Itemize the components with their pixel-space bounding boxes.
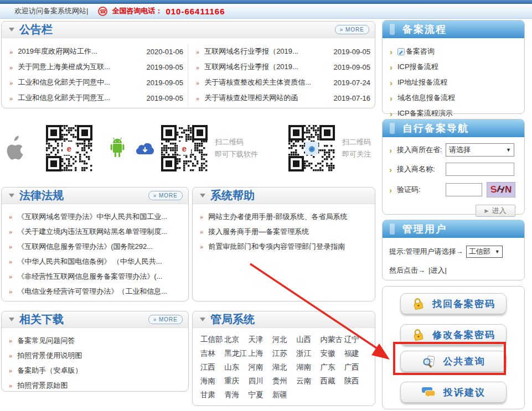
bullet-icon xyxy=(196,48,204,56)
law-item[interactable]: 《中华人民共和国电信条例》 （中华人民共... xyxy=(2,254,188,269)
qr-code-download-1: e xyxy=(44,123,94,173)
bureau-link[interactable]: 重庆 xyxy=(224,376,248,386)
law-item[interactable]: 《互联网域名管理办法》中华人民共和国工业... xyxy=(2,209,188,224)
bureau-link[interactable]: 湖北 xyxy=(272,362,296,372)
bureau-link[interactable]: 山东 xyxy=(224,362,248,372)
download-item[interactable]: 备案常见问题问答 xyxy=(2,333,188,348)
captcha-label: 验证码: xyxy=(397,185,446,195)
process-title: 备案流程 xyxy=(402,23,447,36)
bullet-icon xyxy=(9,63,18,71)
laws-more-button[interactable]: » MORE xyxy=(148,191,183,200)
announcement-item[interactable]: 关于请核查整改相关主体资质信...2019-07-24 xyxy=(188,75,375,90)
bullet-icon xyxy=(9,381,17,389)
downloads-more-button[interactable]: » MORE xyxy=(148,315,183,324)
admin-hint-text: 提示:管理用户请选择→ xyxy=(389,247,463,257)
bureau-link[interactable]: 吉林 xyxy=(200,348,224,358)
captcha-input[interactable] xyxy=(446,183,482,196)
bureau-link[interactable]: 江苏 xyxy=(272,348,296,358)
bureau-link[interactable]: 云南 xyxy=(296,376,320,386)
announcement-item[interactable]: 关于请核查处理相关网站的函2019-07-16 xyxy=(188,90,375,106)
bureau-link[interactable]: 广东 xyxy=(320,362,344,372)
announcement-item[interactable]: 2019年度政府网站工作...2020-01-06 xyxy=(2,44,188,59)
help-panel: 系统帮助 网站主办者使用手册-部级系统、各省局系统 接入服务商手册—备案管理系统… xyxy=(192,187,375,301)
help-item[interactable]: 接入服务商手册—备案管理系统 xyxy=(193,224,375,239)
qr-code-follow: ◉ xyxy=(287,123,337,173)
bureau-link[interactable]: 河南 xyxy=(249,362,272,372)
process-item[interactable]: 备案咨询 xyxy=(383,44,524,59)
bureau-link[interactable]: 海南 xyxy=(200,376,224,386)
retrieve-password-button[interactable]: 找回备案密码 xyxy=(400,293,507,314)
announcement-item[interactable]: 工业和信息化部关于同意互...2019-09-05 xyxy=(2,90,188,106)
bullet-icon xyxy=(200,212,208,221)
admin-enter-link[interactable]: |进入| xyxy=(428,266,447,275)
nav-enter-button[interactable]: ▶ 进入 xyxy=(476,205,515,217)
bureau-link[interactable]: 青海 xyxy=(224,390,248,400)
bureau-link[interactable]: 河北 xyxy=(272,335,296,345)
laws-title: 法律法规 xyxy=(19,188,64,203)
bureau-link[interactable]: 新疆 xyxy=(272,390,296,400)
process-item[interactable]: IP地址报备流程 xyxy=(383,75,524,90)
bullet-icon xyxy=(196,94,204,102)
bureau-link[interactable]: 广西 xyxy=(344,362,368,372)
announcement-item[interactable]: 互联网域名行业季报（2019...2019-09-05 xyxy=(188,59,375,75)
bureau-link[interactable]: 安徽 xyxy=(320,348,344,358)
download-item[interactable]: 备案助手（安卓版） xyxy=(2,363,188,378)
bureau-link[interactable]: 宁夏 xyxy=(249,390,272,400)
bureau-link[interactable]: 辽宁 xyxy=(344,335,368,345)
law-item[interactable]: 《关于建立境内违法互联网站黑名单管理制度... xyxy=(2,224,188,239)
complaints-button[interactable]: 投诉建议 xyxy=(400,382,507,403)
announcements-more-button[interactable]: » MORE xyxy=(335,25,369,34)
bureau-link[interactable]: 上海 xyxy=(249,348,272,358)
bureau-link[interactable]: 浙江 xyxy=(296,348,320,358)
province-select[interactable]: 请选择 ▼ xyxy=(446,143,514,157)
process-item[interactable]: ICP报备流程 xyxy=(383,59,524,75)
bureau-link[interactable]: 江西 xyxy=(200,362,224,372)
change-password-button[interactable]: 修改备案密码 xyxy=(400,324,507,345)
announcement-item[interactable]: 互联网域名行业季报（2019...2019-09-05 xyxy=(188,44,375,59)
bullet-icon xyxy=(9,366,17,374)
isp-label: 接入商名称: xyxy=(397,164,446,174)
law-item[interactable]: 《非经营性互联网信息服务备案管理办法》(... xyxy=(2,269,188,284)
bullet-icon xyxy=(390,109,397,118)
bureau-link[interactable]: 湖南 xyxy=(296,362,320,372)
captcha-row: 验证码: SHN xyxy=(389,182,519,197)
actions-panel: 找回备案密码 修改备案密码 公共查询 投诉建议 xyxy=(382,286,525,409)
bureau-link[interactable]: 甘肃 xyxy=(200,390,224,400)
qr-code-download-2: e xyxy=(159,123,209,173)
help-item[interactable]: 前置审批部门和专项内容管理部门登录指南 xyxy=(193,239,375,254)
process-item[interactable]: 域名信息报备流程 xyxy=(383,90,524,106)
download-item[interactable]: 拍照背景原始图 xyxy=(2,378,188,393)
bureau-link[interactable]: 天津 xyxy=(249,335,272,345)
bureau-link[interactable]: 四川 xyxy=(249,376,272,386)
bureau-link[interactable]: 山西 xyxy=(296,335,320,345)
help-item[interactable]: 网站主办者使用手册-部级系统、各省局系统 xyxy=(193,209,375,224)
bureau-link[interactable]: 陕西 xyxy=(344,376,368,386)
bureau-link[interactable]: 贵州 xyxy=(272,376,296,386)
icp-logo-icon: e xyxy=(178,142,191,155)
public-query-button[interactable]: 公共查询 xyxy=(400,351,507,372)
triangle-down-icon xyxy=(200,318,205,321)
bullet-icon xyxy=(196,63,204,71)
bullet-icon xyxy=(9,287,17,295)
admin-user-select[interactable]: 工信部 ▼ xyxy=(466,246,503,258)
bureau-link[interactable]: 内蒙古 xyxy=(320,335,344,345)
bureau-link[interactable]: 黑龙江 xyxy=(224,348,248,358)
bureau-link[interactable]: 北京 xyxy=(224,335,248,345)
bullet-icon xyxy=(9,351,17,360)
announcements-body: 2019年度政府网站工作...2020-01-06 关于同意上海美橙成为互联..… xyxy=(2,38,375,106)
bureau-link[interactable]: 工信部 xyxy=(200,335,224,345)
bureau-link[interactable]: 西藏 xyxy=(320,376,344,386)
phone-icon: ☎ xyxy=(98,7,107,16)
download-item[interactable]: 拍照背景使用说明图 xyxy=(2,348,188,363)
apple-logo-icon xyxy=(3,135,24,162)
bullet-icon xyxy=(390,93,397,103)
bureau-link[interactable]: 福建 xyxy=(344,348,368,358)
isp-name-input[interactable] xyxy=(446,163,514,176)
bullet-icon xyxy=(390,47,397,56)
laws-list: 《互联网域名管理办法》中华人民共和国工业... 《关于建立境内违法互联网站黑名单… xyxy=(2,204,188,299)
law-item[interactable]: 《电信业务经营许可管理办法》（工业和信息... xyxy=(2,284,188,299)
law-item[interactable]: 《互联网信息服务管理办法》(国务院292... xyxy=(2,239,188,254)
announcement-item[interactable]: 工业和信息化部关于同意中...2019-09-05 xyxy=(2,75,188,90)
announcement-item[interactable]: 关于同意上海美橙成为互联...2019-09-05 xyxy=(2,59,188,75)
announcements-header: 公告栏 » MORE xyxy=(2,22,375,38)
